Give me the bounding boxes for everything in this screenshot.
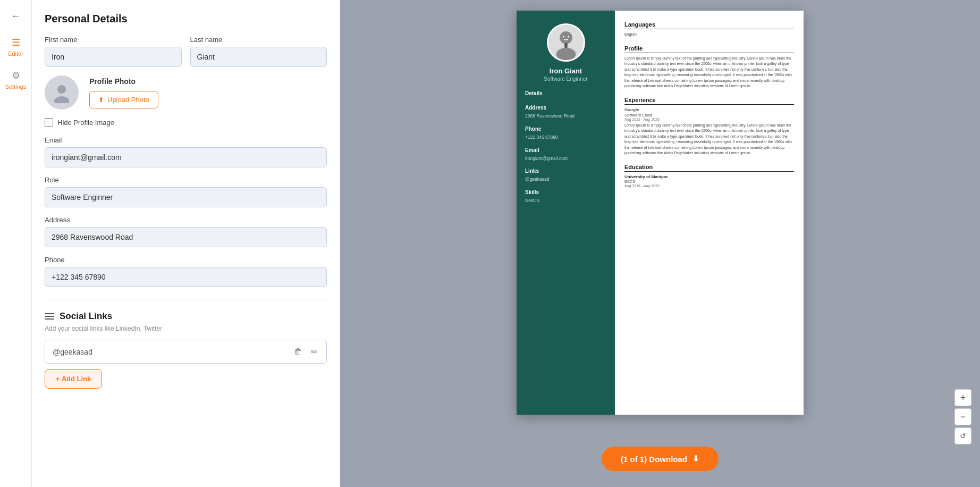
name-row: First name Last name bbox=[45, 36, 327, 67]
download-button[interactable]: (1 of 1) Download ⬇ bbox=[602, 447, 719, 471]
nav-item-settings[interactable]: ⚙ Settings bbox=[5, 70, 27, 90]
svg-point-0 bbox=[57, 85, 66, 94]
role-group: Role bbox=[45, 176, 327, 207]
resume-links-value: @geekasad bbox=[525, 176, 606, 183]
resume-edu-degree: BSCS bbox=[624, 179, 794, 184]
zoom-in-button[interactable]: + bbox=[954, 389, 971, 406]
settings-icon: ⚙ bbox=[12, 70, 20, 81]
upload-photo-label: Upload Photo bbox=[107, 96, 149, 104]
editor-icon: ☰ bbox=[12, 37, 20, 48]
page-title: Personal Details bbox=[45, 13, 327, 25]
social-link-actions: 🗑 ✏ bbox=[293, 346, 319, 358]
profile-photo-right: Profile Photo ⬆ Upload Photo bbox=[89, 77, 158, 108]
resume-languages-heading: Languages bbox=[624, 21, 794, 29]
resume-avatar-icon bbox=[548, 23, 584, 62]
avatar bbox=[45, 75, 79, 110]
svg-rect-7 bbox=[564, 43, 568, 48]
last-name-group: Last name bbox=[190, 36, 327, 67]
first-name-group: First name bbox=[45, 36, 182, 67]
email-input[interactable] bbox=[45, 147, 327, 167]
hide-profile-checkbox[interactable] bbox=[45, 118, 53, 127]
role-label: Role bbox=[45, 176, 327, 184]
resume-main: Languages English Profile Lorem ipsum is… bbox=[615, 11, 804, 415]
resume-address-heading: Address bbox=[525, 105, 606, 111]
address-input[interactable] bbox=[45, 227, 327, 247]
resume-exp-title: Software Lead bbox=[624, 113, 794, 117]
menu-icon bbox=[45, 313, 54, 320]
download-icon: ⬇ bbox=[692, 454, 699, 464]
first-name-input[interactable] bbox=[45, 47, 182, 67]
resume-avatar bbox=[547, 23, 585, 62]
resume-experience-section: Experience Google Software Lead Aug 2022… bbox=[624, 97, 794, 156]
resume-edu-school: University of Manipur bbox=[624, 174, 794, 179]
resume-experience-heading: Experience bbox=[624, 97, 794, 105]
edit-link-button[interactable]: ✏ bbox=[310, 346, 319, 358]
svg-point-6 bbox=[568, 36, 569, 38]
resume-role: Software Enginner bbox=[544, 76, 587, 82]
resume-languages-section: Languages English bbox=[624, 21, 794, 38]
resume-exp-text: Lorem ipsum is simply dummy text of the … bbox=[624, 123, 794, 156]
list-item: @geekasad 🗑 ✏ bbox=[45, 340, 327, 364]
resume-skills-heading: Skills bbox=[525, 189, 606, 195]
zoom-out-button[interactable]: − bbox=[954, 408, 971, 425]
resume-profile-section: Profile Lorem ipsum is simply dummy text… bbox=[624, 45, 794, 89]
resume-edu-date: Aug 2016 - Aug 2020 bbox=[624, 184, 794, 188]
svg-point-4 bbox=[556, 48, 576, 61]
zoom-controls: + − ↺ bbox=[954, 389, 971, 444]
resume-education-section: Education University of Manipur BSCS Aug… bbox=[624, 164, 794, 188]
editor-label: Editor bbox=[8, 51, 23, 57]
resume-phone-value: +122 345 67890 bbox=[525, 134, 606, 141]
settings-label: Settings bbox=[5, 83, 27, 90]
social-header: Social Links bbox=[45, 311, 327, 322]
last-name-input[interactable] bbox=[190, 47, 327, 67]
phone-label: Phone bbox=[45, 256, 327, 264]
back-button[interactable]: ← bbox=[7, 9, 25, 24]
delete-link-button[interactable]: 🗑 bbox=[293, 346, 303, 358]
resume-email-section: Email irongiant@gmail.com bbox=[525, 147, 606, 162]
add-link-button[interactable]: + Add Link bbox=[45, 369, 102, 389]
svg-point-1 bbox=[54, 96, 69, 103]
avatar-icon bbox=[51, 82, 72, 103]
address-group: Address bbox=[45, 216, 327, 247]
upload-icon: ⬆ bbox=[98, 96, 104, 104]
phone-group: Phone bbox=[45, 256, 327, 287]
resume-name: Iron Giant bbox=[550, 67, 582, 75]
resume-skills-value: NextJS bbox=[525, 197, 606, 204]
profile-photo-section: Profile Photo ⬆ Upload Photo bbox=[45, 75, 327, 110]
resume-profile-heading: Profile bbox=[624, 45, 794, 53]
resume-profile-text: Lorem ipsum is simply dummy text of the … bbox=[624, 56, 794, 89]
hide-profile-label: Hide Profile Image bbox=[57, 119, 114, 127]
last-name-label: Last name bbox=[190, 36, 327, 44]
resume-sidebar: Iron Giant Software Enginner Details Add… bbox=[517, 11, 615, 415]
resume-details-section: Details bbox=[525, 90, 606, 98]
hide-profile-row: Hide Profile Image bbox=[45, 118, 327, 127]
nav-item-editor[interactable]: ☰ Editor bbox=[8, 37, 23, 57]
first-name-label: First name bbox=[45, 36, 182, 44]
download-label: (1 of 1) Download bbox=[621, 455, 687, 464]
resume-links-heading: Links bbox=[525, 168, 606, 174]
resume-address-value: 2968 Ravenswood Road bbox=[525, 113, 606, 120]
resume-education-heading: Education bbox=[624, 164, 794, 172]
resume-links-section: Links @geekasad bbox=[525, 168, 606, 183]
phone-input[interactable] bbox=[45, 267, 327, 287]
resume-preview: Iron Giant Software Enginner Details Add… bbox=[517, 11, 804, 415]
role-input[interactable] bbox=[45, 187, 327, 207]
upload-photo-button[interactable]: ⬆ Upload Photo bbox=[89, 91, 158, 108]
profile-photo-label: Profile Photo bbox=[89, 77, 158, 86]
preview-area: Iron Giant Software Enginner Details Add… bbox=[340, 0, 980, 487]
social-links-title: Social Links bbox=[60, 311, 112, 322]
resume-exp-date: Aug 2022 - Aug 2023 bbox=[624, 117, 794, 121]
resume-skills-section: Skills NextJS bbox=[525, 189, 606, 204]
zoom-reset-button[interactable]: ↺ bbox=[954, 427, 971, 444]
address-label: Address bbox=[45, 216, 327, 224]
left-nav: ← ☰ Editor ⚙ Settings bbox=[0, 0, 32, 487]
social-links-subtitle: Add your social links like LinkedIn, Twi… bbox=[45, 325, 327, 332]
resume-phone-heading: Phone bbox=[525, 126, 606, 132]
email-label: Email bbox=[45, 136, 327, 144]
resume-address-section: Address 2968 Ravenswood Road bbox=[525, 105, 606, 120]
resume-email-value: irongiant@gmail.com bbox=[525, 155, 606, 162]
editor-panel: Personal Details First name Last name Pr… bbox=[32, 0, 340, 487]
resume-email-heading: Email bbox=[525, 147, 606, 153]
resume-exp-company: Google bbox=[624, 107, 794, 112]
add-link-label: + Add Link bbox=[56, 375, 91, 383]
